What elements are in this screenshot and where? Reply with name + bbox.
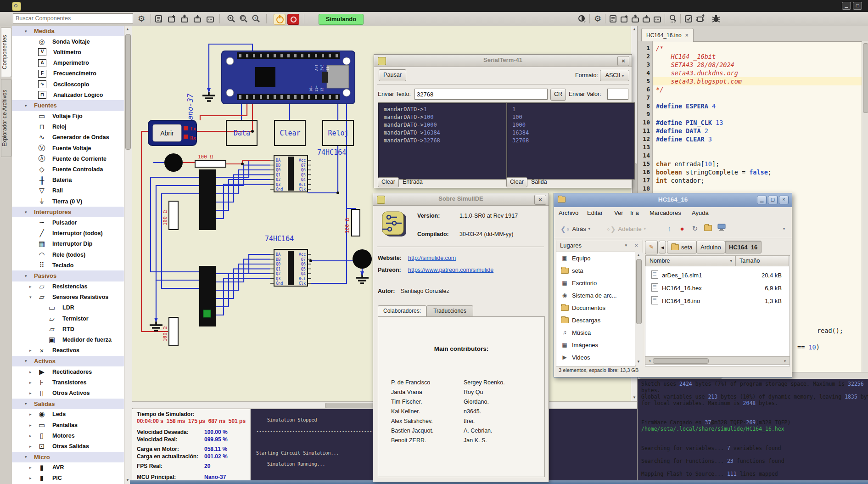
sidebar-item-interruptor-todos[interactable]: ╱Interruptor (todos) — [12, 228, 124, 239]
place-descargas[interactable]: Descargas — [556, 314, 635, 326]
open-circuit-icon[interactable] — [179, 13, 190, 24]
path-seta[interactable]: seta — [667, 241, 697, 253]
clear-salida-button[interactable]: Clear — [506, 177, 527, 187]
menu-editar[interactable]: Editar — [587, 209, 603, 216]
place-m-sica[interactable]: ♫Música — [556, 326, 635, 339]
files-hscrollbar[interactable]: ◂▸ — [645, 356, 790, 365]
sidebar-item-medidor-de-fuerza[interactable]: ▣Medidor de fuerza — [12, 334, 124, 345]
edit-path-button[interactable]: ✎ — [645, 241, 658, 254]
power-circuit-button[interactable] — [274, 14, 286, 25]
sidebar-item-generador-de-ondas[interactable]: ∿Generador de Ondas — [12, 132, 124, 143]
code-line-4[interactable]: seta43.duckdns.org — [653, 69, 868, 77]
place-escritorio[interactable]: ▦Escritorio — [556, 277, 635, 289]
code-line-10[interactable]: #define PIN_CLK 13 — [653, 118, 868, 127]
file-row-hc164-16-hex[interactable]: HC164_16.hex6,9 kB — [646, 281, 789, 294]
save-circuit-icon[interactable] — [192, 13, 203, 24]
debug-icon[interactable] — [711, 13, 722, 24]
sidebar-item-rtd[interactable]: ▱RTD — [12, 324, 124, 334]
tab-traducciones[interactable]: Traducciones — [426, 305, 473, 317]
sidebar-category-medida[interactable]: ▾Medida — [12, 26, 124, 36]
sidebar-scrollbar[interactable]: ▲ ▼ — [124, 26, 132, 484]
green-led[interactable] — [203, 310, 211, 317]
sidebar-item-rele-todos[interactable]: ◠Rele (todos) — [12, 249, 124, 260]
sidebar-item-ldr[interactable]: ▭LDR — [12, 303, 124, 313]
abrir-button-component[interactable]: Abrir Tx Rx — [148, 120, 196, 146]
menu-ver[interactable]: Ver — [614, 209, 623, 216]
chip1-label[interactable]: 74HC164 — [317, 148, 346, 157]
serialterm-window[interactable]: SerialTerm-41 × Pausar Formato: ASCII ▾ … — [374, 54, 632, 188]
editor-settings-gear-icon[interactable]: ⚙ — [592, 13, 603, 24]
about-titlebar[interactable]: Sobre SimulIDE × — [373, 193, 549, 206]
sort-icon[interactable]: ▾ — [730, 259, 732, 263]
pausar-button[interactable]: Pausar — [379, 69, 406, 81]
code-line-12[interactable]: #define CLEAR 3 — [653, 135, 868, 143]
edit-circuit-icon[interactable] — [153, 13, 164, 24]
code-line-6[interactable]: */ — [653, 85, 868, 94]
editor-tab[interactable]: HC164_16.ino × — [641, 28, 694, 42]
tab-componentes[interactable]: Componentes — [1, 28, 12, 77]
code-line-3[interactable]: SETA43 28/08/2024 — [653, 61, 868, 69]
chip2-label[interactable]: 74HC164 — [265, 235, 294, 243]
ground-icon[interactable] — [150, 321, 162, 331]
reloj-box-label[interactable]: Reloj — [328, 129, 348, 137]
code-line-8[interactable]: #define ESPERA 4 — [653, 102, 868, 110]
places-header[interactable]: Lugares ▾ × — [556, 240, 643, 253]
fm-minimize-icon[interactable]: ▁ — [757, 196, 767, 204]
place-videos[interactable]: ▶Videos — [556, 351, 635, 364]
sidebar-item-otros-activos[interactable]: ▸▯Otros Activos — [12, 388, 124, 398]
clear-entrada-button[interactable]: Clear — [378, 177, 399, 187]
sidebar-item-resistencias[interactable]: ▸▱Resistencias — [12, 281, 124, 292]
formato-select[interactable]: ASCII ▾ — [600, 70, 629, 81]
sidebar-category-pasivos[interactable]: ▾Pasivos — [12, 270, 124, 281]
sidebar-item-sonda-voltaje[interactable]: ◎Sonda Voltaje — [12, 36, 124, 47]
settings-gear-icon[interactable]: ⚙ — [136, 13, 147, 24]
code-line-2[interactable]: HC164 _16bit — [653, 52, 868, 61]
editor-save-icon[interactable] — [630, 13, 641, 24]
code-line-18[interactable] — [653, 185, 868, 193]
sidebar-item-voltaje-fijo[interactable]: ▭Voltaje Fijo — [12, 111, 124, 122]
places-scrollbar[interactable]: ▲▼ — [635, 252, 643, 366]
tab-colaboradores[interactable]: Colaboradores: — [378, 305, 426, 317]
editor-vscrollbar[interactable] — [862, 41, 868, 372]
ic-74hc164-1[interactable]: DADBQ0Q1Q2Q3GndVccQ7Q6Q5Q4RstClk — [270, 155, 311, 192]
sidebar-item-analizador-l-gico[interactable]: ⊓Analizador Lógico — [12, 90, 124, 100]
arduino-nano-board[interactable]: Arf 3V3 13 10~ 11~ 12 — [222, 51, 355, 104]
search-input[interactable] — [13, 13, 133, 23]
patreon-link[interactable]: https://www.patreon.com/simulide — [408, 267, 493, 273]
editor-save-as-icon[interactable] — [641, 13, 652, 24]
sidebar-item-tierra-0-v[interactable]: ⏚Tierra (0 V) — [12, 196, 124, 207]
serialterm-titlebar[interactable]: SerialTerm-41 × — [374, 55, 632, 67]
compile-check-icon[interactable] — [683, 13, 694, 24]
code-line-14[interactable] — [653, 152, 868, 160]
compiler-output-console[interactable]: Sketch uses 2424 bytes (7%) of program s… — [637, 379, 868, 480]
sidebar-item-amper-metro[interactable]: AAmperímetro — [12, 58, 124, 68]
serial-output-console[interactable]: 110010001638432768 — [506, 102, 635, 180]
up-icon[interactable]: ↑ — [664, 224, 674, 234]
record-icon[interactable]: ● — [677, 224, 687, 234]
menu-ir-a[interactable]: Ir a — [630, 209, 639, 216]
sidebar-item-avr[interactable]: ▸▮AVR — [12, 462, 124, 473]
new-circuit-icon[interactable] — [166, 13, 177, 24]
resistors[interactable]: 100 Ω 100 Ω 100 Ω 100 Ω — [162, 154, 360, 346]
cr-button[interactable]: CR — [550, 89, 566, 101]
tab-explorador-de-archivos[interactable]: Explorador de Archivos — [1, 79, 12, 157]
tab-close-icon[interactable]: × — [685, 32, 689, 39]
sidebar-category-micro[interactable]: ▾Micro — [12, 452, 124, 462]
sidebar-item-frecuenc-metro[interactable]: FFrecuencímetro — [12, 68, 124, 79]
place-papelera[interactable]: ⍉Papelera — [556, 364, 635, 366]
back-button[interactable]: ❮∘Atrás▾ — [557, 222, 594, 236]
editor-new-file-icon[interactable] — [608, 13, 619, 24]
code-line-16[interactable]: boolean stringComplete = false; — [653, 168, 868, 176]
sidebar-item-reloj[interactable]: ⊓Reloj — [12, 122, 124, 132]
place-seta[interactable]: seta — [556, 265, 635, 277]
sidebar-item-transistores[interactable]: ▸⊦Transistores — [12, 377, 124, 388]
enviar-valor-input[interactable] — [607, 89, 628, 100]
computer-icon[interactable] — [717, 224, 727, 234]
sidebar-item-rectificadores[interactable]: ▸▶Rectificadores — [12, 366, 124, 377]
path-arduino[interactable]: Arduino — [696, 241, 725, 253]
menu-ayuda[interactable]: Ayuda — [692, 209, 709, 216]
sidebar-item-volt-metro[interactable]: VVoltímetro — [12, 47, 124, 57]
data-box-label[interactable]: Data — [234, 129, 250, 137]
sidebar-item-osciloscopio[interactable]: ∿Osciloscopio — [12, 79, 124, 90]
about-close-icon[interactable]: × — [534, 195, 546, 205]
